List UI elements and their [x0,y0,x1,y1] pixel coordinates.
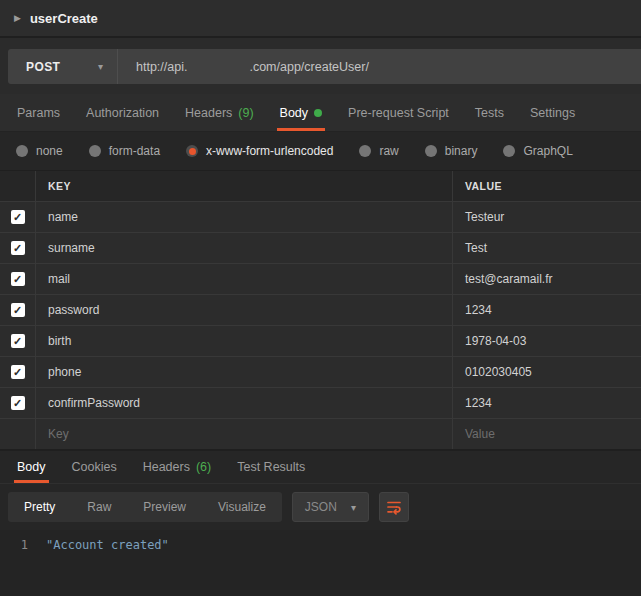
response-tabs: Body Cookies Headers (6) Test Results [0,451,641,484]
radio-none[interactable]: none [16,144,63,158]
radio-raw[interactable]: raw [359,144,398,158]
request-tabs: Params Authorization Headers (9) Body Pr… [0,94,641,132]
wrap-text-button[interactable] [379,492,409,522]
radio-form-data[interactable]: form-data [89,144,160,158]
row-checkbox[interactable]: ✓ [11,334,25,348]
value-cell[interactable]: test@caramail.fr [453,264,641,294]
row-checkbox[interactable]: ✓ [11,303,25,317]
key-cell[interactable]: surname [36,233,453,263]
url-part-1: http://api. [136,60,187,74]
response-tab-test-results[interactable]: Test Results [224,451,318,483]
postman-window: ▶ userCreate POST ▾ http://api. .com/app… [0,0,641,596]
key-cell[interactable]: phone [36,357,453,387]
key-cell[interactable]: mail [36,264,453,294]
value-cell[interactable]: 1234 [453,388,641,418]
chevron-down-icon: ▾ [351,502,356,513]
response-section: Body Cookies Headers (6) Test Results Pr… [0,449,641,596]
response-body-text: "Account created" [46,537,169,554]
radio-binary[interactable]: binary [425,144,478,158]
radio-icon [425,145,437,157]
value-cell[interactable]: 1234 [453,295,641,325]
url-input[interactable]: http://api. .com/app/createUser/ [118,49,641,84]
row-checkbox[interactable]: ✓ [11,272,25,286]
table-row: ✓ birth 1978-04-03 [0,325,641,356]
key-cell[interactable]: birth [36,326,453,356]
view-pretty[interactable]: Pretty [8,492,71,522]
view-preview[interactable]: Preview [127,492,202,522]
tab-headers[interactable]: Headers (9) [172,94,267,131]
tab-authorization[interactable]: Authorization [73,94,172,131]
response-view-toolbar: Pretty Raw Preview Visualize JSON ▾ [0,484,641,530]
key-input-placeholder[interactable]: Key [36,419,453,449]
value-cell[interactable]: Test [453,233,641,263]
row-checkbox[interactable]: ✓ [11,241,25,255]
wrap-text-icon [386,499,402,515]
radio-graphql[interactable]: GraphQL [503,144,572,158]
header-checkbox-cell [0,171,36,201]
table-row: ✓ phone 0102030405 [0,356,641,387]
value-cell[interactable]: 0102030405 [453,357,641,387]
row-checkbox[interactable]: ✓ [11,210,25,224]
value-cell[interactable]: Testeur [453,202,641,232]
view-mode-group: Pretty Raw Preview Visualize [8,492,282,522]
request-title-bar: ▶ userCreate [0,0,641,38]
request-title: userCreate [30,11,98,26]
url-builder: POST ▾ http://api. .com/app/createUser/ [8,49,641,84]
method-label: POST [26,60,60,74]
active-tab-underline [277,128,326,131]
table-row: ✓ confirmPassword 1234 [0,387,641,418]
method-select[interactable]: POST ▾ [8,49,118,84]
radio-selected-icon [186,145,198,157]
key-cell[interactable]: password [36,295,453,325]
placeholder-checkbox-cell [0,419,36,449]
body-content-dot [314,109,322,117]
body-type-selector: none form-data x-www-form-urlencoded raw… [0,132,641,171]
table-row: ✓ surname Test [0,232,641,263]
key-cell[interactable]: confirmPassword [36,388,453,418]
response-headers-count-badge: (6) [196,460,211,474]
value-cell[interactable]: 1978-04-03 [453,326,641,356]
active-tab-underline [14,480,49,483]
chevron-down-icon: ▾ [98,61,103,72]
radio-icon [503,145,515,157]
url-builder-section: POST ▾ http://api. .com/app/createUser/ [0,38,641,94]
response-body-viewer[interactable]: 1 "Account created" [0,530,641,596]
radio-icon [89,145,101,157]
tab-tests[interactable]: Tests [462,94,517,131]
value-input-placeholder[interactable]: Value [453,419,641,449]
table-placeholder-row: Key Value [0,418,641,449]
radio-icon [16,145,28,157]
line-number: 1 [0,537,46,554]
table-header-row: KEY VALUE [0,171,641,201]
tab-settings[interactable]: Settings [517,94,588,131]
row-checkbox[interactable]: ✓ [11,365,25,379]
column-header-value: VALUE [453,171,641,201]
response-tab-body[interactable]: Body [4,451,59,483]
headers-count-badge: (9) [238,106,253,120]
response-tab-headers[interactable]: Headers (6) [130,451,225,483]
tab-params[interactable]: Params [4,94,73,131]
table-row: ✓ name Testeur [0,201,641,232]
tab-body[interactable]: Body [267,94,336,131]
radio-icon [359,145,371,157]
format-select[interactable]: JSON ▾ [292,492,369,522]
url-part-2: .com/app/createUser/ [249,60,369,74]
view-raw[interactable]: Raw [71,492,127,522]
radio-x-www-form-urlencoded[interactable]: x-www-form-urlencoded [186,144,333,158]
table-row: ✓ mail test@caramail.fr [0,263,641,294]
collapse-arrow-icon[interactable]: ▶ [14,13,21,23]
column-header-key: KEY [36,171,453,201]
view-visualize[interactable]: Visualize [202,492,282,522]
response-tab-cookies[interactable]: Cookies [59,451,130,483]
row-checkbox[interactable]: ✓ [11,396,25,410]
code-line: 1 "Account created" [0,537,641,554]
urlencoded-kv-table: KEY VALUE ✓ name Testeur ✓ surname Test … [0,171,641,449]
table-row: ✓ password 1234 [0,294,641,325]
key-cell[interactable]: name [36,202,453,232]
tab-pre-request-script[interactable]: Pre-request Script [335,94,462,131]
